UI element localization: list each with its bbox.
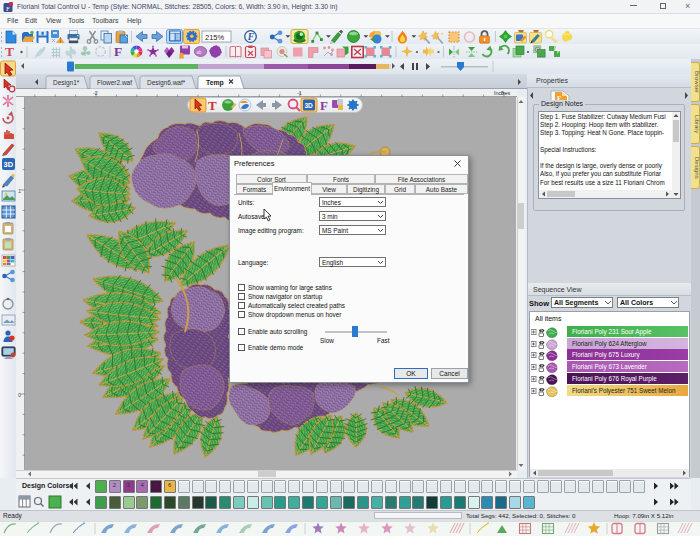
svg-text:Design1*: Design1*	[53, 79, 80, 87]
svg-text:3D: 3D	[4, 160, 14, 169]
svg-text:0: 0	[18, 392, 21, 398]
svg-text:-2: -2	[93, 90, 98, 96]
svg-text:1: 1	[18, 188, 21, 194]
svg-text:F: F	[114, 44, 122, 59]
svg-text:Temp: Temp	[206, 79, 224, 87]
svg-text:-1: -1	[297, 90, 302, 96]
svg-text:F: F	[320, 98, 328, 113]
svg-text:F: F	[247, 32, 255, 42]
svg-text:ab: ab	[197, 50, 203, 55]
svg-text:3D: 3D	[305, 102, 314, 109]
svg-text:215%: 215%	[205, 33, 225, 42]
svg-text:Flower2.waf: Flower2.waf	[97, 79, 132, 86]
svg-text:T: T	[208, 98, 217, 113]
svg-text:Inches: Inches	[494, 90, 510, 96]
svg-text:Design6.waf*: Design6.waf*	[147, 79, 186, 87]
svg-text:T: T	[5, 44, 14, 59]
